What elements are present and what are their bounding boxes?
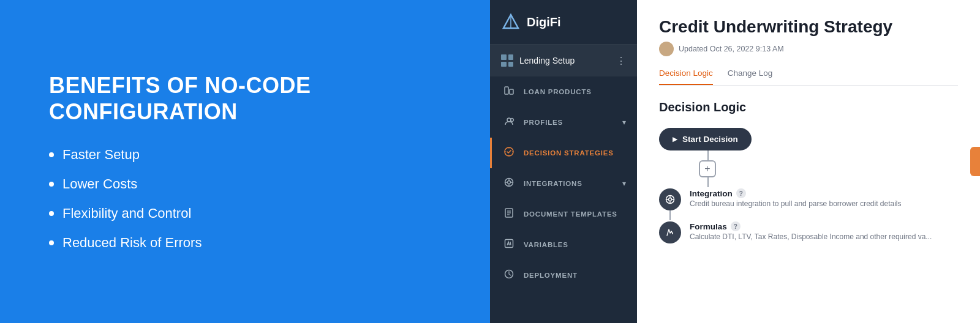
formulas-text: Formulas ? Calculate DTI, LTV, Tax Rates… bbox=[690, 221, 932, 241]
integration-title: Integration ? bbox=[690, 188, 902, 198]
document-templates-label: DOCUMENT TEMPLATES bbox=[524, 210, 617, 218]
integration-text: Integration ? Credit bureau integration … bbox=[690, 188, 902, 208]
document-templates-icon bbox=[503, 207, 515, 221]
digifi-logo-icon bbox=[501, 12, 521, 32]
svg-point-9 bbox=[508, 181, 511, 184]
sidebar-item-deployment-left: DEPLOYMENT bbox=[503, 269, 578, 282]
svg-line-16 bbox=[510, 242, 511, 245]
sidebar-item-document-templates-left: DOCUMENT TEMPLATES bbox=[503, 207, 617, 221]
svg-rect-3 bbox=[505, 87, 508, 94]
sidebar-item-document-templates[interactable]: DOCUMENT TEMPLATES bbox=[490, 199, 637, 229]
integrations-chevron-icon: ▾ bbox=[622, 179, 626, 188]
deployment-label: DEPLOYMENT bbox=[524, 272, 578, 279]
start-decision-button[interactable]: ▶ Start Decision bbox=[659, 128, 752, 150]
variables-label: VARIABLES bbox=[524, 241, 568, 248]
decision-strategies-label: DECISION STRATEGIES bbox=[524, 149, 614, 157]
integrations-label: INTEGRATIONS bbox=[524, 180, 582, 187]
flow-item-formulas: Formulas ? Calculate DTI, LTV, Tax Rates… bbox=[659, 221, 932, 243]
loan-products-label: LOAN PRODUCTS bbox=[524, 88, 592, 95]
sidebar-item-deployment[interactable]: DEPLOYMENT bbox=[490, 260, 637, 291]
svg-point-19 bbox=[669, 198, 672, 201]
bullet-list: Faster Setup Lower Costs Flexibility and… bbox=[49, 147, 441, 251]
bullet-item-4: Reduced Risk of Errors bbox=[49, 235, 441, 251]
sidebar-item-loan-products[interactable]: LOAN PRODUCTS bbox=[490, 76, 637, 107]
bullet-dot-2 bbox=[49, 182, 54, 187]
profiles-icon bbox=[503, 116, 515, 129]
bullet-item-3: Flexibility and Control bbox=[49, 206, 441, 221]
main-content: Credit Underwriting Strategy Updated Oct… bbox=[637, 0, 980, 323]
connector-line-2 bbox=[707, 177, 709, 187]
bullet-dot-3 bbox=[49, 211, 54, 216]
connector-line-1 bbox=[707, 150, 709, 160]
lending-setup-row[interactable]: Lending Setup ⋮ bbox=[490, 45, 637, 76]
more-options-icon[interactable]: ⋮ bbox=[616, 55, 626, 67]
bullet-item-2: Lower Costs bbox=[49, 176, 441, 192]
profiles-label: PROFILES bbox=[524, 119, 563, 126]
connector-line-3 bbox=[669, 210, 671, 220]
updated-row: Updated Oct 26, 2022 9:13 AM bbox=[659, 42, 958, 56]
formulas-desc: Calculate DTI, LTV, Tax Rates, Disposabl… bbox=[690, 232, 932, 241]
decision-strategies-icon bbox=[503, 146, 515, 160]
bullet-item-1: Faster Setup bbox=[49, 147, 441, 163]
decision-logic-heading: Decision Logic bbox=[659, 100, 958, 114]
left-panel: BENEFITS OF NO-CODE CONFIGURATION Faster… bbox=[0, 0, 490, 323]
variables-icon bbox=[503, 238, 515, 251]
sidebar-item-decision-strategies-left: DECISION STRATEGIES bbox=[503, 146, 614, 160]
tab-change-log[interactable]: Change Log bbox=[728, 69, 773, 85]
sidebar-item-integrations-left: INTEGRATIONS bbox=[503, 177, 582, 190]
right-panel: DigiFi Lending Setup ⋮ LOAN PRODUCTS bbox=[490, 0, 980, 323]
integrations-icon bbox=[503, 177, 515, 190]
integration-desc: Credit bureau integration to pull and pa… bbox=[690, 199, 902, 208]
integration-help-badge[interactable]: ? bbox=[736, 188, 746, 198]
lending-setup-label: Lending Setup bbox=[519, 56, 575, 65]
integration-icon-circle bbox=[659, 188, 681, 210]
sidebar-item-integrations[interactable]: INTEGRATIONS ▾ bbox=[490, 168, 637, 199]
sidebar: DigiFi Lending Setup ⋮ LOAN PRODUCTS bbox=[490, 0, 637, 323]
sidebar-item-profiles-left: PROFILES bbox=[503, 116, 563, 129]
sidebar-item-profiles[interactable]: PROFILES ▾ bbox=[490, 107, 637, 138]
bullet-dot-1 bbox=[49, 152, 54, 157]
formulas-title: Formulas ? bbox=[690, 221, 932, 231]
svg-rect-4 bbox=[510, 89, 513, 94]
sidebar-item-variables[interactable]: VARIABLES bbox=[490, 229, 637, 260]
logo-text: DigiFi bbox=[527, 15, 561, 29]
svg-point-20 bbox=[672, 233, 673, 234]
bullet-dot-4 bbox=[49, 240, 54, 245]
formulas-help-badge[interactable]: ? bbox=[731, 221, 741, 231]
page-title: Credit Underwriting Strategy bbox=[659, 17, 958, 37]
play-icon: ▶ bbox=[673, 136, 677, 143]
grid-icon bbox=[501, 54, 513, 67]
tabs-row: Decision Logic Change Log bbox=[659, 69, 958, 86]
sidebar-logo: DigiFi bbox=[490, 0, 637, 45]
flow-container: ▶ Start Decision + Integration ? Credit … bbox=[659, 128, 958, 243]
main-heading: BENEFITS OF NO-CODE CONFIGURATION bbox=[49, 72, 441, 125]
deployment-icon bbox=[503, 269, 515, 282]
loan-products-icon bbox=[503, 85, 515, 98]
tab-decision-logic[interactable]: Decision Logic bbox=[659, 69, 713, 85]
avatar bbox=[659, 42, 674, 56]
updated-text: Updated Oct 26, 2022 9:13 AM bbox=[679, 45, 784, 53]
sidebar-item-loan-products-left: LOAN PRODUCTS bbox=[503, 85, 592, 98]
formulas-icon-circle bbox=[659, 221, 681, 243]
add-node-button[interactable]: + bbox=[699, 160, 716, 177]
lending-setup-left: Lending Setup bbox=[501, 54, 575, 67]
sidebar-item-decision-strategies[interactable]: DECISION STRATEGIES bbox=[490, 138, 637, 168]
flow-item-integration: Integration ? Credit bureau integration … bbox=[659, 188, 902, 210]
profiles-chevron-icon: ▾ bbox=[622, 118, 626, 127]
orange-tab-handle[interactable] bbox=[970, 147, 980, 176]
sidebar-item-variables-left: VARIABLES bbox=[503, 238, 568, 251]
